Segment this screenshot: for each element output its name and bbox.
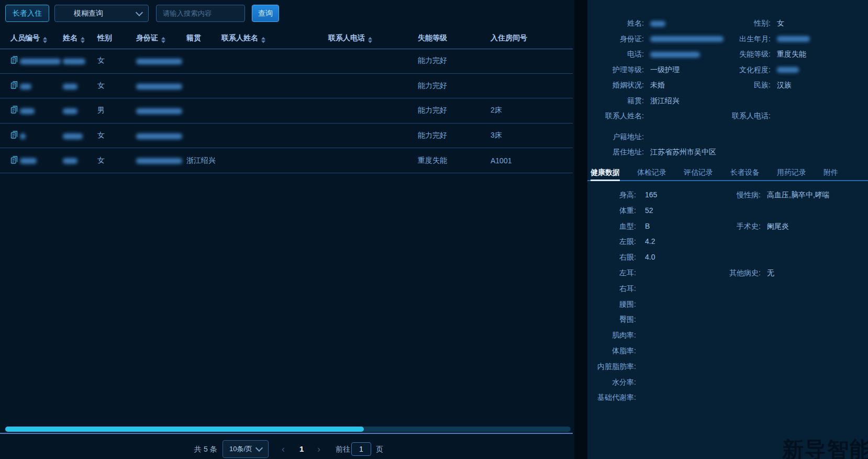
health-label: 基础代谢率: bbox=[587, 390, 636, 406]
health-label: 水分率: bbox=[587, 375, 636, 390]
table-row[interactable]: 女 能力完好 bbox=[0, 49, 573, 74]
column-header-contact-name[interactable]: 联系人姓名 bbox=[221, 33, 265, 43]
info-label: 联系人电话: bbox=[722, 108, 771, 124]
health-row: 身高: 165 慢性病: 高血压,脑卒中,哮喘 bbox=[587, 187, 868, 203]
info-value bbox=[777, 31, 810, 47]
gender-cell: 女 bbox=[97, 81, 105, 91]
id-card-redacted bbox=[136, 156, 182, 165]
health-value: B bbox=[645, 219, 650, 234]
detail-tab[interactable]: 评估记录 bbox=[684, 164, 713, 180]
health-row: 左眼: 4.2 bbox=[587, 234, 868, 250]
person-name-redacted bbox=[63, 156, 77, 165]
info-label: 身份证: bbox=[587, 31, 644, 47]
room-cell: A1001 bbox=[491, 156, 511, 165]
column-header-person-id[interactable]: 人员编号 bbox=[10, 33, 47, 43]
person-name-redacted bbox=[63, 57, 85, 65]
info-label: 文化程度: bbox=[722, 62, 771, 78]
sort-icon[interactable] bbox=[161, 37, 165, 43]
column-header-id-card[interactable]: 身份证 bbox=[136, 33, 165, 43]
column-header-disability-level: 失能等级 bbox=[418, 33, 447, 43]
basic-info-section: 姓名: 性别: 女 身份证: 出生年月: 电话: 失能等级: 重度失能 护理等级… bbox=[587, 16, 868, 160]
page-unit-label: 页 bbox=[376, 440, 383, 458]
page-size-select[interactable]: 10条/页 bbox=[222, 440, 269, 458]
info-row: 户籍地址: bbox=[587, 129, 868, 145]
next-page-button[interactable]: › bbox=[317, 440, 320, 458]
horizontal-scrollbar-thumb[interactable] bbox=[5, 427, 364, 432]
disability-level-cell: 重度失能 bbox=[418, 156, 447, 165]
info-label: 民族: bbox=[722, 77, 771, 93]
health-row: 水分率: bbox=[587, 375, 868, 390]
search-button[interactable]: 查询 bbox=[252, 5, 279, 22]
health-label: 身高: bbox=[587, 187, 636, 203]
info-value bbox=[777, 62, 799, 78]
detail-tab[interactable]: 用药记录 bbox=[777, 164, 806, 180]
room-cell: 2床 bbox=[491, 106, 502, 115]
health-label: 右耳: bbox=[587, 281, 636, 297]
disability-level-cell: 能力完好 bbox=[418, 106, 447, 115]
health-value: 无 bbox=[767, 265, 774, 281]
health-label: 其他病史: bbox=[708, 265, 761, 281]
info-row: 姓名: 性别: 女 bbox=[587, 16, 868, 31]
gender-cell: 女 bbox=[97, 56, 105, 65]
health-row: 臀围: bbox=[587, 312, 868, 328]
info-value: 一级护理 bbox=[650, 62, 680, 78]
copy-icon[interactable] bbox=[10, 81, 18, 91]
search-input[interactable] bbox=[156, 5, 245, 22]
detail-tab[interactable]: 长者设备 bbox=[730, 164, 760, 180]
info-row: 联系人姓名: 联系人电话: bbox=[587, 108, 868, 124]
detail-tab[interactable]: 附件 bbox=[824, 164, 838, 180]
copy-icon[interactable] bbox=[10, 131, 18, 141]
detail-tab[interactable]: 健康数据 bbox=[591, 164, 620, 180]
health-label: 手术史: bbox=[708, 219, 761, 234]
health-label: 腰围: bbox=[587, 297, 636, 312]
health-row: 体脂率: bbox=[587, 343, 868, 359]
detail-tabs: 健康数据 体检记录 评估记录 长者设备 用药记录 附件 bbox=[587, 164, 868, 181]
column-header-name[interactable]: 姓名 bbox=[63, 33, 85, 43]
detail-tab[interactable]: 体检记录 bbox=[637, 164, 666, 180]
info-row: 居住地址: 江苏省苏州市吴中区 bbox=[587, 144, 868, 160]
health-label: 臀围: bbox=[587, 312, 636, 328]
sort-icon[interactable] bbox=[43, 37, 47, 43]
table-row[interactable]: 女 浙江绍兴 重度失能 A1001 bbox=[0, 148, 573, 173]
query-mode-value: 模糊查询 bbox=[61, 9, 137, 18]
table-row[interactable]: 男 能力完好 2床 bbox=[0, 98, 573, 124]
query-mode-select[interactable]: 模糊查询 bbox=[54, 5, 149, 22]
info-row: 护理等级: 一级护理 文化程度: bbox=[587, 62, 868, 78]
sort-icon[interactable] bbox=[261, 37, 265, 43]
info-value bbox=[650, 16, 665, 31]
info-label: 出生年月: bbox=[722, 31, 771, 47]
sort-icon[interactable] bbox=[81, 37, 85, 43]
table-row[interactable]: 女 能力完好 3床 bbox=[0, 124, 573, 149]
column-header-contact-phone[interactable]: 联系人电话 bbox=[328, 33, 372, 43]
info-value: 江苏省苏州市吴中区 bbox=[650, 144, 716, 160]
disability-level-cell: 能力完好 bbox=[418, 81, 447, 91]
brand-watermark: 新导智能 bbox=[782, 435, 868, 459]
id-card-redacted bbox=[136, 57, 182, 65]
info-row: 婚姻状况: 未婚 民族: 汉族 bbox=[587, 77, 868, 93]
copy-icon[interactable] bbox=[10, 56, 18, 66]
horizontal-scrollbar-track[interactable] bbox=[5, 427, 571, 432]
copy-icon[interactable] bbox=[10, 106, 18, 116]
info-value: 重度失能 bbox=[777, 47, 806, 62]
health-value: 52 bbox=[645, 203, 653, 219]
current-page-button[interactable]: 1 bbox=[299, 440, 304, 458]
info-label: 户籍地址: bbox=[587, 129, 644, 145]
info-label: 失能等级: bbox=[722, 47, 771, 62]
health-label: 血型: bbox=[587, 219, 636, 234]
info-value: 浙江绍兴 bbox=[650, 93, 680, 109]
total-count-label: 共 5 条 bbox=[194, 440, 217, 458]
info-label: 性别: bbox=[722, 16, 771, 31]
disability-level-cell: 能力完好 bbox=[418, 56, 447, 65]
health-row: 体重: 52 bbox=[587, 203, 868, 219]
health-label: 左眼: bbox=[587, 234, 636, 250]
admit-elder-button[interactable]: 长者入住 bbox=[5, 5, 49, 22]
sort-icon[interactable] bbox=[368, 37, 372, 43]
native-place-cell: 浙江绍兴 bbox=[186, 156, 216, 165]
prev-page-button[interactable]: ‹ bbox=[282, 440, 285, 458]
health-data-section: 身高: 165 慢性病: 高血压,脑卒中,哮喘 体重: 52 血型: B 手术史… bbox=[587, 187, 868, 406]
goto-page-input[interactable] bbox=[351, 442, 371, 456]
copy-icon[interactable] bbox=[10, 155, 18, 165]
info-label: 联系人姓名: bbox=[587, 108, 644, 124]
table-row[interactable]: 女 能力完好 bbox=[0, 74, 573, 99]
gender-cell: 女 bbox=[97, 156, 105, 165]
